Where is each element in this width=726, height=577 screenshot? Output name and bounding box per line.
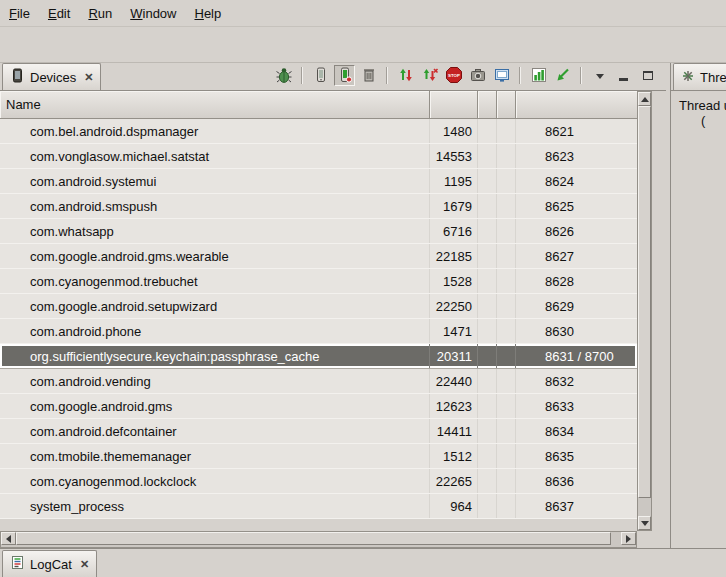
threads-message-line2: ( xyxy=(679,113,726,128)
table-row[interactable]: com.tmobile.thememanager15128635 xyxy=(0,444,637,469)
cause-gc-icon[interactable] xyxy=(358,65,379,86)
horizontal-scrollbar[interactable] xyxy=(0,531,637,548)
svg-text:STOP: STOP xyxy=(448,73,460,78)
debug-icon[interactable] xyxy=(273,65,294,86)
maximize-icon[interactable] xyxy=(637,65,658,86)
empty-cell xyxy=(478,319,497,343)
column-header-empty[interactable] xyxy=(478,91,497,118)
process-name: org.sufficientlysecure.keychain:passphra… xyxy=(0,344,430,368)
main-toolbar xyxy=(0,28,726,63)
process-port: 8621 xyxy=(516,119,637,143)
empty-cell xyxy=(497,219,516,243)
process-pid: 22250 xyxy=(430,294,478,318)
close-icon[interactable]: ✕ xyxy=(80,558,89,571)
tab-devices-label: Devices xyxy=(30,70,76,85)
table-header: Name xyxy=(0,91,637,119)
empty-cell xyxy=(478,144,497,168)
empty-cell xyxy=(497,194,516,218)
table-row[interactable]: org.sufficientlysecure.keychain:passphra… xyxy=(0,344,637,369)
process-name: com.android.systemui xyxy=(0,169,430,193)
tab-logcat[interactable]: LogCat ✕ xyxy=(2,550,97,577)
process-port: 8626 xyxy=(516,219,637,243)
threads-message: Thread up ( xyxy=(671,91,726,548)
menu-edit[interactable]: Edit xyxy=(39,0,79,26)
process-port: 8633 xyxy=(516,394,637,418)
column-header-empty[interactable] xyxy=(497,91,516,118)
table-row[interactable]: com.google.android.setupwizard222508629 xyxy=(0,294,637,319)
table-row[interactable]: com.whatsapp67168626 xyxy=(0,219,637,244)
scroll-up-button[interactable] xyxy=(638,92,651,106)
empty-cell xyxy=(478,294,497,318)
scroll-down-button[interactable] xyxy=(638,516,651,530)
process-name: system_process xyxy=(0,494,430,518)
tab-logcat-label: LogCat xyxy=(30,557,72,572)
menu-window[interactable]: Window xyxy=(121,0,185,26)
process-name: com.whatsapp xyxy=(0,219,430,243)
process-pid: 22185 xyxy=(430,244,478,268)
empty-cell xyxy=(478,344,497,368)
pull-file-icon[interactable] xyxy=(552,65,573,86)
scroll-right-button[interactable] xyxy=(621,532,636,545)
process-port: 8631 / 8700 xyxy=(516,344,637,368)
empty-cell xyxy=(497,119,516,143)
menu-run[interactable]: Run xyxy=(79,0,121,26)
close-icon[interactable]: ✕ xyxy=(84,71,93,84)
column-header-port[interactable] xyxy=(516,91,637,118)
horizontal-scroll-thumb[interactable] xyxy=(16,532,611,545)
table-row[interactable]: com.android.phone14718630 xyxy=(0,319,637,344)
view-hierarchy-icon[interactable] xyxy=(491,65,512,86)
process-port: 8628 xyxy=(516,269,637,293)
view-menu-icon[interactable] xyxy=(589,65,610,86)
devices-toolbar: STOP xyxy=(273,63,666,90)
process-pid: 1480 xyxy=(430,119,478,143)
empty-cell xyxy=(497,294,516,318)
tab-devices[interactable]: Devices ✕ xyxy=(2,63,101,90)
table-row[interactable]: com.cyanogenmod.lockclock222658636 xyxy=(0,469,637,494)
method-profiling-icon[interactable] xyxy=(528,65,549,86)
table-row[interactable]: com.cyanogenmod.trebuchet15288628 xyxy=(0,269,637,294)
table-row[interactable]: com.android.systemui11958624 xyxy=(0,169,637,194)
empty-cell xyxy=(497,144,516,168)
process-name: com.google.android.setupwizard xyxy=(0,294,430,318)
table-row[interactable]: com.bel.android.dspmanager14808621 xyxy=(0,119,637,144)
process-name: com.google.android.gms xyxy=(0,394,430,418)
process-pid: 20311 xyxy=(430,344,478,368)
dump-hprof-icon[interactable] xyxy=(334,65,355,86)
process-pid: 22265 xyxy=(430,469,478,493)
process-name: com.bel.android.dspmanager xyxy=(0,119,430,143)
empty-cell xyxy=(478,219,497,243)
bottom-tab-bar: LogCat ✕ xyxy=(0,548,726,577)
main-area: Devices ✕ xyxy=(0,63,726,548)
process-pid: 1512 xyxy=(430,444,478,468)
menu-help[interactable]: Help xyxy=(185,0,230,26)
table-row[interactable]: com.android.smspush16798625 xyxy=(0,194,637,219)
scroll-left-button[interactable] xyxy=(1,532,16,545)
threads-panel-header: Threads xyxy=(671,63,726,91)
process-name: com.android.vending xyxy=(0,369,430,393)
screen-capture-icon[interactable] xyxy=(467,65,488,86)
table-row[interactable]: system_process9648637 xyxy=(0,494,637,519)
table-row[interactable]: com.google.android.gms126238633 xyxy=(0,394,637,419)
column-header-pid[interactable] xyxy=(430,91,478,118)
update-heap-icon[interactable] xyxy=(310,65,331,86)
table-row[interactable]: com.android.vending224408632 xyxy=(0,369,637,394)
minimize-icon[interactable] xyxy=(613,65,634,86)
vertical-scrollbar[interactable] xyxy=(637,91,652,531)
threads-message-line1: Thread up xyxy=(679,98,726,113)
empty-cell xyxy=(478,394,497,418)
table-row[interactable]: com.google.android.gms.wearable221858627 xyxy=(0,244,637,269)
process-pid: 14411 xyxy=(430,419,478,443)
update-threads-icon[interactable] xyxy=(395,65,416,86)
refresh-threads-icon[interactable] xyxy=(419,65,440,86)
process-port: 8632 xyxy=(516,369,637,393)
toolbar-separator xyxy=(386,67,388,84)
table-row[interactable]: com.vonglasow.michael.satstat145538623 xyxy=(0,144,637,169)
process-name: com.vonglasow.michael.satstat xyxy=(0,144,430,168)
column-header-name[interactable]: Name xyxy=(0,91,430,118)
tab-threads-label: Threads xyxy=(700,70,726,85)
tab-threads[interactable]: Threads xyxy=(673,63,726,90)
vertical-scroll-thumb[interactable] xyxy=(638,106,651,498)
stop-process-icon[interactable]: STOP xyxy=(443,65,464,86)
menu-file[interactable]: File xyxy=(0,0,39,26)
table-row[interactable]: com.android.defcontainer144118634 xyxy=(0,419,637,444)
